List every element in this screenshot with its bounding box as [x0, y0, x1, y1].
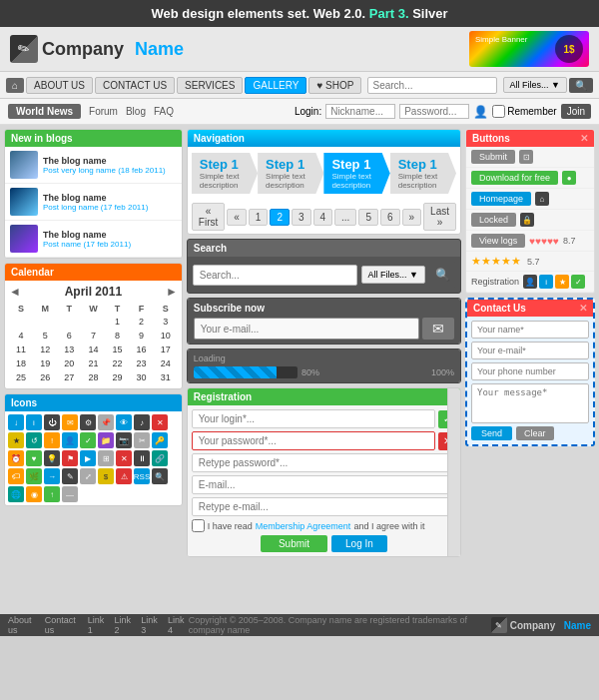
- icon-grid[interactable]: ⊞: [98, 450, 114, 466]
- cal-cell[interactable]: 20: [57, 356, 81, 370]
- submit-demo-button[interactable]: Submit: [471, 150, 515, 164]
- icon-camera[interactable]: 📷: [116, 432, 132, 448]
- footer-link-3[interactable]: Link 3: [141, 615, 162, 635]
- cal-cell[interactable]: 2: [130, 315, 154, 329]
- cal-cell[interactable]: 24: [154, 356, 178, 370]
- cal-next-button[interactable]: ►: [166, 285, 178, 299]
- contact-message-input[interactable]: [471, 383, 589, 423]
- icon-heart[interactable]: ♥: [26, 450, 42, 466]
- cal-cell[interactable]: 13: [57, 343, 81, 356]
- icon-expand[interactable]: ⤢: [80, 468, 96, 484]
- icon-download[interactable]: ↓: [8, 414, 24, 430]
- cal-cell[interactable]: 31: [154, 370, 178, 384]
- footer-link-1[interactable]: Link 1: [88, 615, 109, 635]
- footer-link-2[interactable]: Link 2: [114, 615, 135, 635]
- icon-rss2[interactable]: ◉: [26, 486, 42, 502]
- cal-cell[interactable]: 25: [9, 370, 33, 384]
- icon-globe[interactable]: 🌐: [8, 486, 24, 502]
- cal-cell[interactable]: 15: [105, 343, 129, 356]
- icon-eye[interactable]: 👁: [116, 414, 132, 430]
- reg-terms-link[interactable]: Membership Agreement: [256, 521, 351, 531]
- search-input[interactable]: [193, 265, 357, 286]
- cal-cell[interactable]: 8: [105, 329, 129, 343]
- icon-check[interactable]: ✓: [80, 432, 96, 448]
- icon-pause[interactable]: ⏸: [134, 450, 150, 466]
- cal-cell[interactable]: 21: [81, 356, 105, 370]
- icon-pencil[interactable]: ✎: [62, 468, 78, 484]
- page-2-button[interactable]: 2: [270, 209, 290, 226]
- icon-mail[interactable]: ✉: [62, 414, 78, 430]
- icon-clock[interactable]: ⏰: [8, 450, 24, 466]
- cal-cell[interactable]: [57, 315, 81, 329]
- contact-email-input[interactable]: [471, 342, 589, 359]
- icon-alert[interactable]: ⚠: [116, 468, 132, 484]
- icon-leaf[interactable]: 🌿: [26, 468, 42, 484]
- icon-user[interactable]: 👤: [62, 432, 78, 448]
- worldnews-forum[interactable]: Forum: [89, 106, 118, 117]
- icon-upload[interactable]: ↑: [44, 486, 60, 502]
- cal-cell today[interactable]: 9: [130, 329, 154, 343]
- page-5-button[interactable]: 5: [358, 209, 378, 226]
- cal-cell[interactable]: 19: [33, 356, 57, 370]
- cal-cell[interactable]: 17: [154, 343, 178, 356]
- cal-cell[interactable]: 30: [130, 370, 154, 384]
- cal-cell[interactable]: 10: [154, 329, 178, 343]
- icon-arrow-right[interactable]: →: [44, 468, 60, 484]
- subscribe-send-button[interactable]: ✉: [422, 318, 454, 340]
- contact-send-button[interactable]: Send: [471, 426, 512, 440]
- nav-allfiles-button[interactable]: All Files... ▼: [503, 77, 567, 93]
- icon-search2[interactable]: 🔍: [152, 468, 168, 484]
- cal-cell[interactable]: 16: [130, 343, 154, 356]
- cal-cell[interactable]: [33, 315, 57, 329]
- cal-cell[interactable]: 22: [105, 356, 129, 370]
- page-6-button[interactable]: 6: [380, 209, 400, 226]
- nav-services-button[interactable]: SERVICES: [177, 77, 243, 94]
- reg-terms-checkbox[interactable]: [192, 519, 205, 532]
- cal-cell[interactable]: 14: [81, 343, 105, 356]
- subscribe-email-input[interactable]: [194, 318, 419, 340]
- viewlogs-demo-button[interactable]: View logs: [471, 234, 525, 248]
- buttons-close-icon[interactable]: ✕: [580, 133, 588, 144]
- cal-cell[interactable]: 7: [81, 329, 105, 343]
- icon-power[interactable]: ⏻: [44, 414, 60, 430]
- footer-link-4[interactable]: Link 4: [168, 615, 189, 635]
- contact-close-icon[interactable]: ✕: [579, 303, 587, 314]
- page-1-button[interactable]: 1: [249, 209, 269, 226]
- cal-prev-button[interactable]: ◄: [9, 285, 21, 299]
- reg-retype-password-input[interactable]: [192, 453, 456, 472]
- worldnews-active-tab[interactable]: World News: [8, 104, 81, 119]
- page-next-button[interactable]: »: [402, 209, 422, 226]
- icon-pin[interactable]: 📌: [98, 414, 114, 430]
- reg-retype-email-input[interactable]: [192, 497, 456, 516]
- reg-login-input[interactable]: [192, 409, 435, 428]
- reg-login-button[interactable]: Log In: [331, 535, 387, 552]
- homepage-demo-button[interactable]: Homepage: [471, 192, 531, 206]
- reg-password-input[interactable]: [192, 431, 435, 450]
- download-demo-button[interactable]: Download for free: [471, 171, 558, 185]
- contact-clear-button[interactable]: Clear: [516, 426, 554, 440]
- icon-close[interactable]: ✕: [152, 414, 168, 430]
- reg-submit-button[interactable]: Submit: [261, 535, 327, 552]
- worldnews-faq[interactable]: FAQ: [154, 106, 174, 117]
- icon-flag[interactable]: ⚑: [62, 450, 78, 466]
- cal-cell[interactable]: [9, 315, 33, 329]
- cal-cell[interactable]: 6: [57, 329, 81, 343]
- cal-cell[interactable]: 18: [9, 356, 33, 370]
- search-go-button[interactable]: 🔍: [429, 262, 455, 288]
- nav-about-button[interactable]: ABOUT US: [26, 77, 93, 94]
- contact-name-input[interactable]: [471, 321, 589, 339]
- cal-cell[interactable]: 5: [33, 329, 57, 343]
- page-first-button[interactable]: « First: [192, 203, 225, 231]
- reg-email-input[interactable]: [192, 475, 456, 494]
- icon-folder[interactable]: 📁: [98, 432, 114, 448]
- password-input[interactable]: [399, 104, 469, 119]
- nav-gallery-button[interactable]: GALLERY: [245, 77, 306, 94]
- icon-rss[interactable]: RSS: [134, 468, 150, 484]
- cal-cell[interactable]: 3: [154, 315, 178, 329]
- cal-cell[interactable]: 27: [57, 370, 81, 384]
- join-button[interactable]: Join: [561, 104, 591, 119]
- cal-cell[interactable]: 1: [105, 315, 129, 329]
- nickname-input[interactable]: [325, 104, 395, 119]
- icon-refresh[interactable]: ↺: [26, 432, 42, 448]
- nav-search-input[interactable]: [367, 77, 496, 94]
